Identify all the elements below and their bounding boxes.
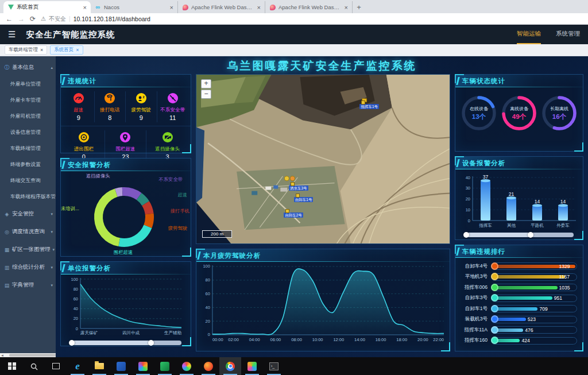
app-rainbow-icon[interactable]: [176, 357, 198, 375]
hamburger-icon[interactable]: ☰: [8, 29, 16, 40]
chevron-down-icon: ▾: [51, 212, 53, 217]
header-nav-1[interactable]: 系统管理: [556, 25, 580, 44]
sidebar-item-0-0[interactable]: 外雇单位管理: [0, 76, 56, 92]
sidebar-item-0-7[interactable]: 车载终端程序版本管理: [0, 189, 56, 205]
rank-track: 951: [491, 295, 577, 302]
page-tab-close-icon[interactable]: ×: [76, 47, 79, 53]
shield-icon: ◈: [4, 211, 10, 217]
main-area: ⓘ基本信息▴外雇单位管理外雇卡车管理外雇司机管理设备信息管理车载终端管理终端参数…: [0, 56, 588, 357]
reload-icon[interactable]: ⟳: [30, 15, 36, 23]
rank-row-0: 自卸车4号1329: [459, 262, 577, 270]
rank-dot: [491, 273, 498, 280]
rank-label: 指挥车11A: [459, 327, 488, 334]
sidebar-menu: ⓘ基本信息▴外雇单位管理外雇卡车管理外雇司机管理设备信息管理车载终端管理终端参数…: [0, 56, 56, 357]
stats-icon: ▥: [4, 265, 10, 270]
map-vehicle-marker[interactable]: 洒水车3号: [289, 185, 308, 191]
horizontal-scrollbar[interactable]: ◄ ►: [0, 353, 56, 357]
sidebar-item-0-5[interactable]: 终端参数设置: [0, 157, 56, 173]
header-nav-0[interactable]: 智能运输: [517, 25, 541, 44]
scroll-track[interactable]: [5, 353, 56, 357]
new-tab-button[interactable]: +: [353, 1, 365, 13]
app-paint-icon[interactable]: [241, 357, 263, 375]
forward-icon[interactable]: →: [18, 15, 25, 23]
sidebar-section-4[interactable]: ▥综合统计分析▾: [0, 258, 56, 276]
browser-tab-1[interactable]: ∞Nacos×: [91, 1, 178, 13]
phone-icon: [104, 92, 115, 106]
sidebar-section-3[interactable]: ▦矿区一张图管理▾: [0, 241, 56, 258]
status-value: 49个: [512, 113, 526, 121]
page-tab-0[interactable]: 车载终端管理×: [5, 45, 47, 55]
slider-knob[interactable]: [463, 232, 469, 238]
tab-close-icon[interactable]: ×: [170, 4, 173, 11]
file-explorer-icon[interactable]: [88, 357, 110, 375]
address-bar[interactable]: ⚠ 不安全 | 10.101.120.181/#/dashboard: [41, 15, 150, 23]
page-tab-1[interactable]: 系统首页×: [50, 45, 83, 55]
map-zoom-in-button[interactable]: +: [201, 79, 211, 88]
app-blue-icon[interactable]: [110, 357, 132, 375]
ie-icon[interactable]: e: [67, 357, 88, 375]
sidebar-section-2[interactable]: ◎调度情况查询▾: [0, 223, 56, 241]
map-vehicle-marker[interactable]: 自卸车1号: [294, 197, 314, 202]
task-view-icon[interactable]: [45, 357, 67, 375]
browser-tab-3[interactable]: Apache Flink Web Dashboard×: [265, 1, 353, 13]
slider-knob[interactable]: [69, 340, 75, 346]
sidebar-item-0-4[interactable]: 车载终端管理: [0, 141, 56, 157]
rank-track: 1157: [491, 273, 577, 281]
slider-knob[interactable]: [148, 340, 154, 346]
rank-dot: [491, 326, 498, 334]
url-text: 10.101.120.181/#/dashboard: [74, 16, 150, 22]
chrome-icon[interactable]: [219, 357, 241, 375]
scroll-thumb[interactable]: [9, 354, 56, 357]
slider-knob[interactable]: [528, 232, 533, 238]
satellite-map[interactable]: + − 200 m 指挥车1号洒水车3号自卸车1号自卸车2号: [196, 74, 450, 244]
rank-label: 自卸车3号: [459, 295, 488, 301]
map-terrain: [196, 75, 450, 243]
back-icon[interactable]: ←: [6, 15, 13, 23]
page-tab-close-icon[interactable]: ×: [40, 47, 43, 53]
panel-title: 车辆状态统计: [455, 75, 583, 87]
sidebar-section-1[interactable]: ◈安全管控▾: [0, 205, 56, 223]
violations-row-1: 超速9接打电话8z疲劳驾驶9不系安全带11: [61, 87, 191, 123]
donut-label: 围栏超速: [114, 249, 133, 256]
rank-bar: [494, 296, 552, 300]
data-zoom-slider[interactable]: [70, 341, 181, 345]
svg-text:0: 0: [76, 326, 78, 331]
start-button[interactable]: [1, 357, 23, 375]
sidebar-item-0-1[interactable]: 外雇卡车管理: [0, 92, 56, 109]
data-zoom-slider[interactable]: [465, 233, 574, 237]
svg-text:22:00: 22:00: [433, 337, 444, 342]
panel-fatigue: 本月疲劳驾驶分析 02040608010000:0002:0004:0006:0…: [196, 249, 450, 351]
map-vehicle-marker[interactable]: 自卸车2号: [284, 212, 303, 218]
app-pinwheel-icon[interactable]: [132, 357, 154, 375]
violation-label: 超速: [74, 107, 83, 114]
scroll-left-icon[interactable]: ◄: [0, 354, 5, 357]
sidebar-item-0-3[interactable]: 设备信息管理: [0, 125, 56, 141]
sidebar-item-0-2[interactable]: 外雇司机管理: [0, 109, 56, 125]
rank-bar: [494, 307, 537, 311]
rank-track: 1329: [491, 262, 577, 270]
rank-row-6: 指挥车11A476: [459, 326, 577, 334]
map-zoom-out-button[interactable]: −: [201, 90, 211, 99]
rank-value: 1035: [559, 285, 570, 291]
tab-close-icon[interactable]: ×: [83, 4, 87, 11]
app-green-icon[interactable]: [154, 357, 176, 375]
browser-tab-0[interactable]: 系统首页×: [3, 1, 91, 13]
rank-value: 951: [554, 295, 562, 301]
rank-label: 平地机3号: [459, 273, 488, 280]
donut-label: 疲劳驾驶: [168, 225, 187, 231]
rank-track: 709: [491, 305, 577, 312]
donut-label: 超速: [177, 192, 187, 198]
violation-label: 进出围栏: [74, 146, 94, 153]
sidebar-item-0-6[interactable]: 终端交互查询: [0, 173, 56, 189]
app-orange-icon[interactable]: [198, 357, 219, 375]
search-icon[interactable]: [23, 357, 45, 375]
tab-close-icon[interactable]: ×: [257, 4, 261, 11]
browser-tab-2[interactable]: Apache Flink Web Dashboard×: [178, 1, 265, 13]
terminal-icon[interactable]: ›_: [263, 357, 285, 375]
rank-dot: [491, 305, 498, 312]
tab-close-icon[interactable]: ×: [345, 4, 348, 11]
sidebar-section-0[interactable]: ⓘ基本信息▴: [0, 59, 56, 76]
svg-text:80: 80: [74, 287, 78, 292]
map-vehicle-marker[interactable]: 指挥车1号: [359, 104, 379, 109]
sidebar-section-5[interactable]: ▤字典管理▾: [0, 276, 56, 294]
